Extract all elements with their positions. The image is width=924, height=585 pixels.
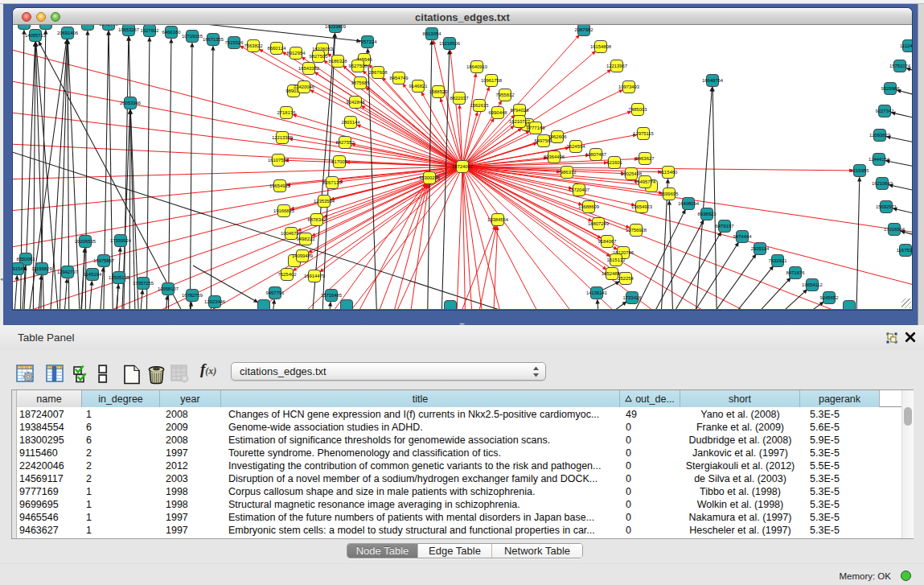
edge[interactable]	[62, 278, 67, 309]
cell-name[interactable]: 14569117	[17, 472, 82, 485]
cell-short[interactable]: Yano et al. (2008)	[680, 408, 800, 421]
edge[interactable]	[471, 226, 496, 309]
cell-pagerank[interactable]: 5.3E-5	[800, 498, 880, 511]
edge[interactable]	[129, 109, 130, 309]
tab-network-table[interactable]: Network Table	[492, 544, 582, 558]
graph-node[interactable]: 19654923	[631, 201, 653, 213]
edge[interactable]	[738, 290, 807, 309]
edge[interactable]	[462, 167, 466, 309]
edge[interactable]	[103, 31, 109, 309]
cell-in-degree[interactable]: 6	[82, 421, 160, 434]
cell-out-de-[interactable]: 0	[620, 498, 680, 511]
graph-node[interactable]: 1588520	[429, 86, 449, 98]
table-row[interactable]: 1456911722003Disruption of a novel membe…	[17, 472, 901, 485]
edge[interactable]	[454, 167, 462, 309]
graph-node[interactable]: 20206535	[75, 236, 97, 248]
graph-node[interactable]: 6794028	[511, 105, 530, 117]
edge[interactable]	[906, 68, 912, 77]
edge[interactable]	[462, 126, 514, 167]
desktop-right-scrollbar[interactable]	[918, 4, 924, 325]
table-vertical-scrollbar[interactable]	[901, 390, 914, 538]
cell-year[interactable]: 1997	[160, 511, 221, 524]
new-column-icon[interactable]	[123, 365, 141, 388]
cell-short[interactable]: Wolkin et al. (1998)	[680, 498, 800, 511]
graph-node[interactable]: 391549	[13, 263, 26, 275]
graph-node[interactable]: 6466160	[162, 27, 182, 39]
edge[interactable]	[886, 137, 912, 146]
graph-node[interactable]: 20053346	[120, 97, 142, 109]
graph-node[interactable]: 16914479	[304, 270, 325, 282]
graph-node[interactable]	[40, 25, 52, 30]
graph-node[interactable]: 17957255	[133, 278, 154, 290]
cell-out-de-[interactable]: 0	[620, 472, 680, 485]
cell-year[interactable]: 2009	[160, 421, 221, 434]
cell-name[interactable]: 9777169	[17, 485, 82, 498]
table-row[interactable]: 1830029562008Estimation of significance …	[17, 434, 901, 447]
graph-node[interactable]: 817005	[331, 156, 347, 168]
cell-year[interactable]: 1998	[160, 485, 221, 498]
graph-node[interactable]: 1527602	[141, 25, 159, 37]
graph-node[interactable]: 2087682	[575, 25, 593, 36]
graph-node[interactable]: 17359924	[110, 235, 132, 247]
graph-node[interactable]: 7357224	[359, 36, 378, 48]
table-row[interactable]: 1872400712008Changes of HCN gene express…	[17, 408, 901, 421]
graph-node[interactable]: 16033809	[325, 25, 346, 33]
cell-in-degree[interactable]: 1	[82, 511, 160, 524]
graph-node[interactable]: 2803144	[342, 117, 361, 129]
graph-node[interactable]: 14136141	[586, 287, 607, 299]
cell-in-degree[interactable]: 2	[82, 459, 160, 472]
cell-pagerank[interactable]: 5.3E-5	[800, 472, 880, 485]
edge[interactable]	[889, 185, 912, 195]
cell-out-de-[interactable]: 0	[620, 434, 680, 447]
close-panel-icon[interactable]	[904, 331, 917, 344]
graph-node[interactable]: 16154808	[590, 41, 612, 53]
delete-column-icon[interactable]	[147, 365, 166, 388]
cell-out-de-[interactable]: 0	[620, 421, 680, 434]
graph-node[interactable]: 1167533	[897, 245, 912, 257]
table-selector-dropdown[interactable]: citations_edges.txt	[231, 362, 546, 381]
column-header-pagerank[interactable]: pagerank	[800, 390, 880, 407]
graph-node[interactable]: 9463627	[636, 153, 655, 165]
graph-node[interactable]: 10654112	[802, 279, 823, 291]
memory-status-indicator[interactable]	[901, 571, 911, 581]
graph-node[interactable]: 1562615	[470, 100, 490, 112]
edge[interactable]	[563, 302, 626, 309]
graph-node[interactable]: 9227342	[876, 105, 894, 117]
tab-node-table[interactable]: Node Table	[347, 544, 418, 558]
cell-short[interactable]: Franke et al. (2009)	[680, 421, 800, 434]
graph-node[interactable]: 12923446	[204, 296, 226, 308]
graph-node[interactable]	[844, 301, 856, 310]
cell-name[interactable]: 9699695	[17, 498, 82, 511]
graph-node[interactable]: 15692971	[876, 201, 897, 213]
cell-pagerank[interactable]: 5.3E-5	[800, 485, 880, 498]
graph-node[interactable]	[82, 25, 94, 31]
graph-node[interactable]: 20691406	[57, 27, 79, 39]
edge[interactable]	[13, 275, 17, 309]
graph-node[interactable]: 19654925	[269, 180, 291, 192]
select-all-columns-icon[interactable]	[72, 365, 92, 387]
graph-node[interactable]: 20364436	[544, 151, 565, 163]
network-view-window[interactable]: citations_edges.txt 14055713206914062043…	[13, 8, 912, 310]
column-header-name[interactable]: name	[17, 390, 82, 407]
table-mode-icon[interactable]	[16, 365, 34, 385]
cell-title[interactable]: Estimation of significance thresholds fo…	[221, 434, 620, 447]
graph-node[interactable]: 1112405	[900, 40, 912, 52]
cell-year[interactable]: 1997	[160, 524, 221, 537]
cell-title[interactable]: Structural magnetic resonance image aver…	[221, 498, 620, 511]
cell-out-de-[interactable]: 0	[620, 459, 680, 472]
column-header-year[interactable]: year	[160, 390, 221, 407]
unselect-all-columns-icon[interactable]	[98, 365, 108, 387]
cell-in-degree[interactable]: 1	[82, 408, 160, 421]
cell-name[interactable]: 19384554	[17, 421, 82, 434]
cell-year[interactable]: 2012	[160, 459, 221, 472]
graph-node[interactable]: 9474444	[733, 231, 753, 243]
graph-node[interactable]: 16648764	[702, 75, 724, 87]
cell-pagerank[interactable]: 5.3E-5	[800, 408, 880, 421]
cell-in-degree[interactable]: 1	[82, 485, 160, 498]
graph-node[interactable]: 12213389	[272, 132, 293, 144]
graph-node[interactable]: 14055713	[25, 30, 47, 42]
cell-year[interactable]: 2003	[160, 472, 221, 485]
graph-node[interactable]	[18, 25, 31, 30]
function-builder-icon[interactable]: f(x)	[200, 360, 216, 378]
graph-node[interactable]: 8471676	[786, 267, 806, 279]
